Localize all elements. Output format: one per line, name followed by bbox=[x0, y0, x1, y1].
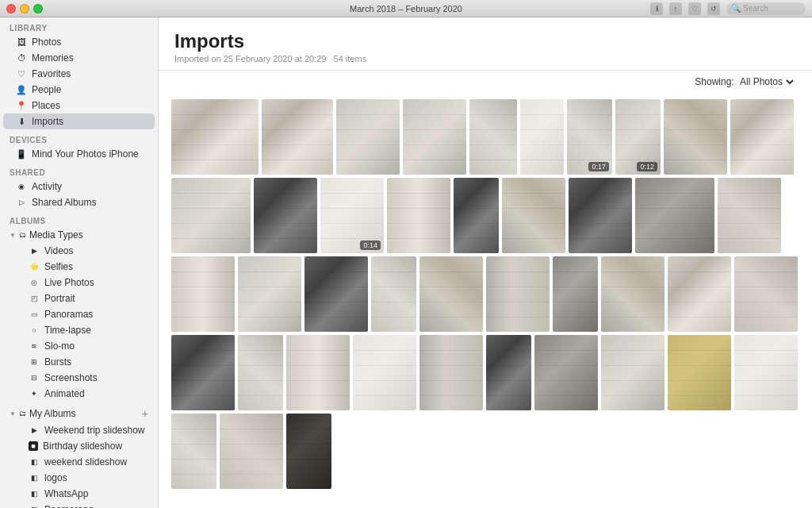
photo-item[interactable] bbox=[171, 414, 216, 489]
photo-item[interactable] bbox=[553, 256, 598, 332]
photo-item[interactable] bbox=[734, 335, 798, 410]
panoramas-icon: ▭ bbox=[29, 309, 40, 320]
favorites-icon: ♡ bbox=[16, 68, 27, 79]
photo-item[interactable]: 0:17 bbox=[567, 99, 612, 175]
photo-item[interactable] bbox=[353, 335, 416, 410]
showing-select[interactable]: All Photos bbox=[737, 75, 796, 88]
photo-item[interactable] bbox=[730, 99, 794, 175]
sidebar-item-boomerang[interactable]: ◧ Boomerang bbox=[3, 502, 155, 508]
photo-item[interactable] bbox=[304, 256, 368, 332]
window-controls[interactable] bbox=[6, 4, 43, 13]
photo-item[interactable] bbox=[569, 178, 632, 253]
sidebar-item-photos[interactable]: 🖼 Photos bbox=[3, 34, 155, 50]
photo-item[interactable] bbox=[286, 414, 331, 489]
photo-item[interactable] bbox=[419, 256, 483, 332]
info-icon[interactable]: ℹ bbox=[650, 2, 663, 15]
photo-item[interactable] bbox=[664, 99, 727, 175]
photo-item[interactable] bbox=[668, 256, 731, 332]
album-icon-1: ▶ bbox=[29, 425, 40, 436]
sidebar-label-whatsapp: WhatsApp bbox=[44, 488, 145, 499]
my-albums-group[interactable]: ▼ 🗂 My Albums + bbox=[0, 405, 158, 422]
photo-item[interactable] bbox=[486, 256, 550, 332]
sidebar-item-people[interactable]: 👤 People bbox=[3, 82, 155, 98]
sidebar-item-animated[interactable]: ✦ Animated bbox=[3, 386, 155, 402]
sidebar-item-activity[interactable]: ◉ Activity bbox=[3, 179, 155, 194]
photo-item[interactable] bbox=[171, 178, 251, 253]
sidebar-item-weekend-trip-slideshow[interactable]: ▶ Weekend trip slideshow bbox=[3, 422, 155, 438]
photo-item[interactable] bbox=[534, 335, 598, 410]
sidebar-item-logos[interactable]: ◧ logos bbox=[3, 470, 155, 486]
photo-item[interactable] bbox=[454, 178, 499, 253]
sidebar-item-memories[interactable]: ⏱ Memories bbox=[3, 50, 155, 66]
memories-icon: ⏱ bbox=[16, 52, 27, 64]
sidebar-label-people: People bbox=[32, 84, 145, 95]
sidebar-item-iphone[interactable]: 📱 Mind Your Photos iPhone bbox=[3, 146, 155, 162]
photo-item[interactable] bbox=[336, 99, 400, 175]
photo-item[interactable] bbox=[262, 99, 333, 175]
photo-item[interactable] bbox=[286, 335, 350, 410]
photo-item[interactable] bbox=[171, 99, 259, 175]
item-count: 54 items bbox=[334, 54, 367, 64]
photo-item[interactable] bbox=[238, 335, 283, 410]
titlebar: March 2018 – February 2020 ℹ ↑ ♡ ↺ 🔍 Sea… bbox=[0, 0, 812, 17]
videos-icon: ▶ bbox=[29, 245, 40, 256]
photo-item[interactable] bbox=[403, 99, 466, 175]
photo-item[interactable] bbox=[601, 256, 665, 332]
sidebar-item-shared-albums[interactable]: ▷ Shared Albums bbox=[3, 194, 155, 210]
album-icon-6: ◧ bbox=[29, 504, 40, 508]
sidebar-label-photos: Photos bbox=[32, 37, 145, 48]
sidebar-item-panoramas[interactable]: ▭ Panoramas bbox=[3, 306, 155, 322]
search-box[interactable]: 🔍 Search bbox=[726, 2, 806, 15]
sidebar-item-favorites[interactable]: ♡ Favorites bbox=[3, 66, 155, 82]
minimize-button[interactable] bbox=[20, 4, 29, 13]
photo-item[interactable] bbox=[371, 256, 416, 332]
sidebar-item-bursts[interactable]: ⊞ Bursts bbox=[3, 354, 155, 370]
sidebar-label-logos: logos bbox=[44, 472, 145, 483]
sidebar-item-slo-mo[interactable]: ≋ Slo-mo bbox=[3, 338, 155, 354]
photo-item[interactable] bbox=[734, 256, 798, 332]
time-lapse-icon: ○ bbox=[29, 325, 40, 336]
photo-item[interactable] bbox=[718, 178, 781, 253]
sidebar-item-birthday-slideshow[interactable]: ■ Birthday slideshow bbox=[3, 438, 155, 454]
photo-item[interactable] bbox=[601, 335, 665, 410]
maximize-button[interactable] bbox=[33, 4, 43, 13]
sidebar-item-selfies[interactable]: 🌟 Selfies bbox=[3, 259, 155, 275]
photo-item[interactable] bbox=[254, 178, 317, 253]
add-album-button[interactable]: + bbox=[142, 407, 148, 420]
photo-item[interactable] bbox=[171, 335, 235, 410]
media-types-chevron: ▼ bbox=[10, 232, 16, 239]
photo-item[interactable] bbox=[469, 99, 517, 175]
sidebar-item-live-photos[interactable]: ◎ Live Photos bbox=[3, 275, 155, 291]
sidebar-item-videos[interactable]: ▶ Videos bbox=[3, 243, 155, 259]
sidebar-label-slo-mo: Slo-mo bbox=[44, 341, 145, 352]
sidebar-item-places[interactable]: 📍 Places bbox=[3, 98, 155, 114]
photo-item[interactable] bbox=[502, 178, 565, 253]
sidebar-item-screenshots[interactable]: ⊟ Screenshots bbox=[3, 370, 155, 386]
heart-icon[interactable]: ♡ bbox=[688, 2, 701, 15]
rotate-icon[interactable]: ↺ bbox=[707, 2, 720, 15]
sidebar-item-portrait[interactable]: ◰ Portrait bbox=[3, 291, 155, 306]
my-albums-folder-icon: 🗂 bbox=[19, 410, 26, 418]
photo-item[interactable] bbox=[387, 178, 450, 253]
close-button[interactable] bbox=[6, 4, 16, 13]
photo-item[interactable] bbox=[520, 99, 564, 175]
photo-item[interactable] bbox=[486, 335, 531, 410]
app-body: Library 🖼 Photos ⏱ Memories ♡ Favorites … bbox=[0, 17, 812, 508]
media-types-group[interactable]: ▼ 🗂 Media Types bbox=[0, 227, 158, 243]
photo-item[interactable] bbox=[668, 335, 731, 410]
sidebar-item-imports[interactable]: ⬇ Imports bbox=[3, 114, 155, 129]
photo-item[interactable]: 0:14 bbox=[320, 178, 384, 253]
share-icon[interactable]: ↑ bbox=[669, 2, 682, 15]
photo-item[interactable] bbox=[238, 256, 301, 332]
sidebar-label-shared-albums: Shared Albums bbox=[32, 197, 145, 208]
photo-item[interactable] bbox=[635, 178, 714, 253]
sidebar-item-weekend-slideshow[interactable]: ◧ weekend slideshow bbox=[3, 454, 155, 470]
my-albums-chevron: ▼ bbox=[10, 410, 16, 418]
sidebar-item-time-lapse[interactable]: ○ Time-lapse bbox=[3, 322, 155, 338]
sidebar-item-whatsapp[interactable]: ◧ WhatsApp bbox=[3, 486, 155, 502]
iphone-icon: 📱 bbox=[16, 148, 27, 160]
photo-item[interactable] bbox=[171, 256, 235, 332]
photo-item[interactable]: 0:12 bbox=[615, 99, 661, 175]
photo-item[interactable] bbox=[220, 414, 283, 489]
photo-item[interactable] bbox=[419, 335, 483, 410]
